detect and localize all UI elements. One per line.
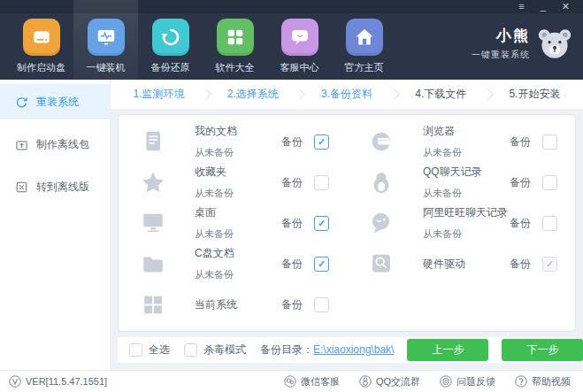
help-icon: [515, 375, 527, 388]
backup-label: 备份: [510, 216, 531, 231]
backup-item-status: 从未备份: [195, 227, 281, 241]
nav-item-label: 制作启动盘: [17, 61, 65, 74]
feedback-icon: [440, 375, 452, 388]
sidebar-item-label: 转到离线版: [36, 180, 89, 195]
bottom-bar: 全选 杀毒模式 备份目录：E:\xiaoxiong\bak\ 上一步 下一步: [118, 337, 576, 363]
backup-item-status: 从未备份: [423, 227, 510, 241]
footer-link-qq-group[interactable]: QQ交流群: [359, 375, 420, 388]
prev-step-button[interactable]: 上一步: [407, 339, 488, 361]
select-all-checkbox[interactable]: [129, 343, 142, 357]
backup-label: 备份: [510, 175, 531, 190]
brand-name: 小熊: [472, 26, 530, 46]
close-icon[interactable]: ✕: [554, 0, 578, 13]
backup-checkbox[interactable]: [314, 175, 329, 190]
backup-item-text: 收藏夹 从未备份: [195, 165, 281, 200]
backup-card: 我的文档 从未备份 备份 ✓ 收藏夹 从未备份 备份 桌面 从未备份 备份 ✓: [118, 114, 576, 332]
backup-item-row: 当前系统 备份: [119, 284, 347, 325]
folder-icon: [138, 252, 168, 276]
windows-icon: [138, 293, 168, 317]
backup-dir-label: 备份目录：: [260, 343, 313, 356]
backup-restore-icon: [152, 19, 189, 56]
sidebar-item-offline-version[interactable]: 转到离线版: [0, 169, 110, 204]
header: ≡ _ ✕ 制作启动盘 一键装机 备份还原 软件大全: [0, 0, 583, 80]
wangwang-icon: [366, 211, 396, 235]
footer-link-wechat[interactable]: 微信客服: [284, 375, 340, 388]
backup-item-row: 收藏夹 从未备份 备份: [119, 162, 347, 203]
nav-item-label: 官方主页: [345, 61, 384, 74]
backup-label: 备份: [281, 135, 303, 150]
backup-checkbox[interactable]: [542, 135, 557, 150]
backup-label: 备份: [281, 216, 303, 231]
backup-checkbox[interactable]: ✓: [314, 135, 329, 150]
select-all-label: 全选: [149, 342, 170, 357]
next-step-button[interactable]: 下一步: [502, 339, 583, 361]
nav-item-label: 软件大全: [216, 61, 255, 74]
backup-label: 备份: [281, 297, 303, 312]
version-text: VER[11.5.47.1551]: [26, 376, 107, 387]
backup-item-row: 桌面 从未备份 备份 ✓: [119, 203, 347, 243]
wizard-steps: 1.监测环境2.选择系统3.备份资料4.下载文件5.开始安装: [111, 80, 583, 109]
sidebar-item-reinstall[interactable]: 重装系统: [0, 84, 110, 119]
backup-item-status: 从未备份: [423, 187, 510, 200]
backup-item-title: 收藏夹: [195, 165, 281, 180]
backup-checkbox: ✓: [542, 257, 557, 272]
backup-item-row: 我的文档 从未备份 备份 ✓: [119, 121, 347, 162]
backup-label: 备份: [510, 257, 531, 272]
wizard-step-3: 3.备份资料: [303, 87, 389, 102]
sidebar: 重装系统 制作离线包 转到离线版: [0, 80, 111, 370]
nav-item-label: 备份还原: [151, 61, 190, 74]
backup-item-text: 硬件驱动: [423, 257, 510, 272]
backup-item-title: 浏览器: [423, 124, 510, 139]
content: 重装系统 制作离线包 转到离线版 1.监测环境2.选择系统3.备份资料4.下载文…: [0, 80, 583, 370]
backup-item-text: 浏览器 从未备份: [423, 124, 510, 159]
backup-item-text: 桌面 从未备份: [195, 205, 281, 241]
footer: VER[11.5.47.1551] 微信客服 QQ交流群 问题反馈 帮助视频: [0, 370, 583, 392]
backup-item-row: 阿里旺旺聊天记录 从未备份 备份: [347, 203, 575, 243]
footer-links: 微信客服 QQ交流群 问题反馈 帮助视频: [284, 375, 574, 388]
footer-link-label: 问题反馈: [456, 375, 495, 388]
minimize-icon[interactable]: _: [533, 0, 554, 13]
backup-item-status: 从未备份: [195, 146, 281, 159]
backup-item-row: QQ聊天记录 从未备份 备份: [347, 162, 575, 203]
backup-column-right: 浏览器 从未备份 备份 QQ聊天记录 从未备份 备份 阿里旺旺聊天记录 从未备份…: [347, 121, 575, 325]
version-info: VER[11.5.47.1551]: [9, 375, 107, 388]
backup-item-text: 阿里旺旺聊天记录 从未备份: [423, 205, 510, 241]
footer-link-label: 微信客服: [301, 375, 340, 388]
backup-item-row: C盘文档 从未备份 备份 ✓: [119, 243, 347, 284]
footer-link-feedback[interactable]: 问题反馈: [440, 375, 495, 388]
backup-label: 备份: [281, 175, 303, 190]
backup-item-text: 当前系统: [195, 297, 281, 312]
backup-label: 备份: [281, 257, 303, 272]
backup-checkbox[interactable]: [542, 216, 557, 231]
reinstall-icon: [15, 96, 28, 109]
ie-icon: [366, 130, 396, 154]
brand-text: 小熊 一键重装系统: [472, 26, 530, 61]
document-icon: [138, 130, 168, 154]
backup-checkbox[interactable]: [542, 175, 557, 190]
wizard-step-2: 2.选择系统: [210, 87, 295, 102]
footer-link-help[interactable]: 帮助视频: [515, 375, 571, 388]
nav-item-label: 客服中心: [280, 61, 319, 74]
brand-subtitle: 一键重装系统: [472, 49, 530, 61]
wizard-step-4: 4.下载文件: [398, 87, 484, 102]
app-window: ≡ _ ✕ 制作启动盘 一键装机 备份还原 软件大全: [0, 0, 583, 392]
menu-icon[interactable]: ≡: [510, 0, 532, 13]
backup-label: 备份: [510, 135, 531, 150]
backup-dir: 备份目录：E:\xiaoxiong\bak\: [260, 342, 394, 357]
backup-checkbox[interactable]: [314, 297, 329, 312]
backup-checkbox[interactable]: ✓: [314, 216, 329, 231]
backup-item-text: C盘文档 从未备份: [195, 246, 281, 281]
backup-checkbox[interactable]: ✓: [314, 257, 329, 272]
backup-item-title: C盘文档: [195, 246, 281, 261]
titlebar: ≡ _ ✕: [0, 0, 583, 13]
qq-icon: [366, 171, 396, 195]
backup-dir-link[interactable]: E:\xiaoxiong\bak\: [313, 343, 394, 356]
nav-item-label: 一键装机: [87, 61, 126, 74]
sidebar-item-offline-package[interactable]: 制作离线包: [0, 127, 110, 162]
backup-item-row: 硬件驱动 备份 ✓: [347, 243, 575, 284]
antivirus-mode-checkbox[interactable]: [184, 343, 197, 357]
wizard-step-5: 5.开始安装: [492, 87, 578, 102]
backup-item-title: QQ聊天记录: [423, 165, 510, 180]
backup-item-title: 硬件驱动: [423, 257, 510, 272]
qq-group-icon: [359, 375, 372, 388]
